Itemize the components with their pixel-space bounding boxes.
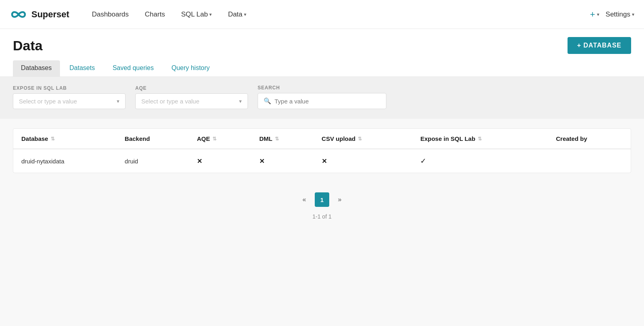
nav-data[interactable]: Data ▾	[221, 7, 253, 22]
nav-dashboards[interactable]: Dashboards	[85, 7, 135, 22]
col-csv-upload: CSV upload ⇅	[314, 129, 412, 149]
tab-saved-queries[interactable]: Saved queries	[105, 60, 162, 76]
expose-sql-select-value: Select or type a value	[19, 98, 114, 105]
expose-sql-label: EXPOSE IN SQL LAB	[13, 85, 126, 91]
col-backend: Backend	[117, 129, 189, 149]
cell-expose-sql: ✓	[412, 149, 548, 173]
nav-charts[interactable]: Charts	[138, 7, 171, 22]
databases-table: Database ⇅ Backend AQE ⇅ DML	[13, 129, 631, 173]
aqe-select[interactable]: Select or type a value ▾	[135, 93, 248, 109]
expose-sql-filter-group: EXPOSE IN SQL LAB Select or type a value…	[13, 85, 126, 109]
col-aqe-sort[interactable]: AQE ⇅	[197, 135, 243, 142]
filters-bar: EXPOSE IN SQL LAB Select or type a value…	[0, 77, 644, 119]
col-expose-sql: Expose in SQL Lab ⇅	[412, 129, 548, 149]
col-created-by: Created by	[548, 129, 631, 149]
tab-datasets[interactable]: Datasets	[62, 60, 103, 76]
aqe-filter-group: AQE Select or type a value ▾	[135, 85, 248, 109]
databases-table-container: Database ⇅ Backend AQE ⇅ DML	[13, 128, 631, 173]
page-title: Data	[13, 38, 43, 54]
cell-csv-upload: ✕	[314, 149, 412, 173]
aqe-value-icon: ✕	[197, 158, 202, 165]
pagination-controls: « 1 »	[297, 192, 347, 207]
tab-databases[interactable]: Databases	[13, 60, 60, 76]
superset-logo-icon	[10, 6, 27, 23]
cell-database: druid-nytaxidata	[13, 149, 117, 173]
page-header-top: Data + DATABASE	[13, 37, 631, 54]
col-dml-sort[interactable]: DML ⇅	[259, 135, 305, 142]
cell-backend: druid	[117, 149, 189, 173]
cell-created-by	[548, 149, 631, 173]
col-database: Database ⇅	[13, 129, 117, 149]
database-sort-icon: ⇅	[51, 136, 55, 141]
pagination-info: 1-1 of 1	[312, 213, 331, 220]
table-row: druid-nytaxidata druid ✕ ✕ ✕ ✓	[13, 149, 631, 173]
next-page-button[interactable]: »	[332, 192, 347, 207]
aqe-label: AQE	[135, 85, 248, 91]
col-csv-sort[interactable]: CSV upload ⇅	[322, 135, 404, 142]
dml-sort-icon: ⇅	[275, 136, 279, 141]
search-icon: 🔍	[264, 97, 271, 105]
nav-plus-button[interactable]: + ▾	[590, 9, 599, 20]
aqe-select-value: Select or type a value	[141, 98, 236, 105]
nav-settings-button[interactable]: Settings ▾	[606, 10, 634, 19]
search-input-wrap: 🔍	[258, 93, 386, 109]
csv-value-icon: ✕	[322, 158, 327, 165]
tab-query-history[interactable]: Query history	[163, 60, 218, 76]
page-tabs: Databases Datasets Saved queries Query h…	[13, 60, 631, 76]
csv-sort-icon: ⇅	[358, 136, 362, 141]
col-dml: DML ⇅	[251, 129, 314, 149]
search-filter-group: SEARCH 🔍	[258, 85, 386, 109]
col-database-sort[interactable]: Database ⇅	[21, 135, 109, 142]
logo-text: Superset	[31, 9, 69, 20]
search-input[interactable]	[275, 98, 380, 105]
expose-sql-select[interactable]: Select or type a value ▾	[13, 93, 126, 109]
expose-sort-icon: ⇅	[478, 136, 482, 141]
navbar: Superset Dashboards Charts SQL Lab ▾ Dat…	[0, 0, 644, 29]
col-expose-sort[interactable]: Expose in SQL Lab ⇅	[420, 135, 540, 142]
add-database-button[interactable]: + DATABASE	[568, 37, 631, 54]
table-header: Database ⇅ Backend AQE ⇅ DML	[13, 129, 631, 149]
page-number-1[interactable]: 1	[315, 192, 329, 207]
settings-chevron-icon: ▾	[632, 12, 634, 17]
aqe-sort-icon: ⇅	[213, 136, 217, 141]
nav-links: Dashboards Charts SQL Lab ▾ Data ▾	[85, 7, 590, 22]
page-header: Data + DATABASE Databases Datasets Saved…	[0, 29, 644, 77]
nav-right: + ▾ Settings ▾	[590, 9, 634, 20]
cell-dml: ✕	[251, 149, 314, 173]
plus-chevron-icon: ▾	[597, 12, 599, 17]
expose-value-icon: ✓	[420, 157, 426, 165]
col-aqe: AQE ⇅	[189, 129, 251, 149]
cell-aqe: ✕	[189, 149, 251, 173]
search-label: SEARCH	[258, 85, 386, 91]
sqllab-chevron-icon: ▾	[209, 12, 212, 17]
nav-sqllab[interactable]: SQL Lab ▾	[175, 7, 218, 22]
dml-value-icon: ✕	[259, 158, 264, 165]
page: Data + DATABASE Databases Datasets Saved…	[0, 29, 644, 326]
data-chevron-icon: ▾	[244, 12, 246, 17]
pagination: « 1 » 1-1 of 1	[0, 183, 644, 225]
prev-page-button[interactable]: «	[297, 192, 312, 207]
table-body: druid-nytaxidata druid ✕ ✕ ✕ ✓	[13, 149, 631, 173]
aqe-chevron-icon: ▾	[239, 98, 242, 104]
logo[interactable]: Superset	[10, 6, 69, 23]
expose-sql-chevron-icon: ▾	[117, 98, 120, 104]
